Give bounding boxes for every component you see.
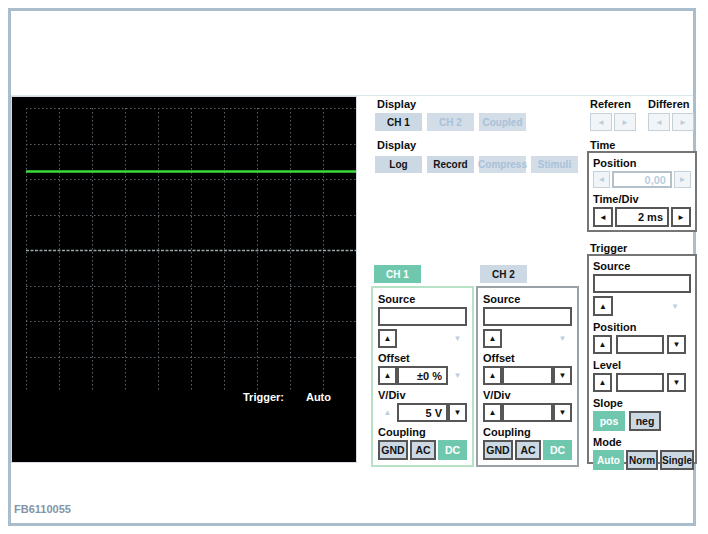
ch1-source-up-button[interactable]: ▲ (378, 329, 397, 348)
timediv-increment-button[interactable]: ► (671, 207, 691, 227)
ch1-display-button[interactable]: CH 1 (375, 113, 422, 131)
ch2-source-up-button[interactable]: ▲ (483, 329, 502, 348)
mode-norm-button[interactable]: Norm (626, 450, 658, 470)
coupled-display-button[interactable]: Coupled (479, 113, 526, 131)
down-arrow-icon: ▼ (454, 408, 462, 417)
trigger-level-down-button[interactable]: ▼ (667, 373, 686, 392)
trigger-position-field[interactable] (616, 335, 664, 354)
ch1-source-arrows: ▲ ▼ (378, 329, 467, 348)
left-arrow-icon: ◄ (598, 175, 606, 184)
ch2-vdiv-up-button[interactable]: ▲ (483, 403, 502, 422)
difference-title: Differen (648, 98, 690, 110)
reference-prev-button[interactable]: ◄ (590, 113, 612, 131)
ch1-source-down-button[interactable]: ▼ (448, 329, 467, 348)
trigger-position-up-button[interactable]: ▲ (593, 335, 612, 354)
ch2-panel: Source ▲ ▼ Offset ▲ ▼ V/Div ▲ ▼ Coupling… (476, 286, 579, 467)
ch1-offset-up-button[interactable]: ▲ (378, 366, 397, 385)
ch2-source-arrows: ▲ ▼ (483, 329, 572, 348)
trigger-level-field[interactable] (616, 373, 664, 392)
right-arrow-icon: ► (621, 118, 629, 127)
ch1-offset-row: ▲ ±0 % ▼ (378, 366, 467, 385)
timediv-row: ◄ 2 ms ► (593, 207, 691, 227)
ch1-vdiv-up-button[interactable]: ▲ (378, 403, 397, 422)
ch1-vdiv-field[interactable]: 5 V (397, 403, 448, 422)
trigger-source-arrows: ▲ ▼ (593, 296, 691, 316)
up-arrow-icon: ▲ (599, 302, 607, 311)
time-position-increment-button[interactable]: ► (674, 171, 691, 188)
ch2-offset-field[interactable] (502, 366, 553, 385)
trigger-source-up-button[interactable]: ▲ (593, 296, 613, 316)
mode-auto-button[interactable]: Auto (593, 450, 624, 470)
timediv-decrement-button[interactable]: ◄ (593, 207, 613, 227)
up-arrow-icon: ▲ (384, 334, 392, 343)
reference-next-button[interactable]: ► (614, 113, 636, 131)
up-arrow-icon: ▲ (384, 408, 392, 417)
slope-neg-button[interactable]: neg (629, 411, 661, 431)
reference-title: Referen (590, 98, 631, 110)
time-title: Time (590, 139, 615, 151)
ch1-source-field[interactable] (378, 307, 467, 326)
trigger-level-label: Level (593, 359, 691, 371)
compress-button[interactable]: Compress (479, 156, 526, 173)
reference-arrows: ◄ ► (590, 113, 636, 131)
mode-single-button[interactable]: Single (660, 450, 694, 470)
trigger-position-down-button[interactable]: ▼ (667, 335, 686, 354)
up-arrow-icon: ▲ (489, 371, 497, 380)
ch2-source-field[interactable] (483, 307, 572, 326)
log-button[interactable]: Log (375, 156, 422, 173)
ch2-gnd-button[interactable]: GND (483, 440, 513, 460)
ch1-ac-button[interactable]: AC (410, 440, 436, 460)
trigger-box: Source ▲ ▼ Position ▲ ▼ Level ▲ ▼ Slope … (587, 254, 697, 464)
ch2-ac-button[interactable]: AC (515, 440, 541, 460)
ch2-vdiv-down-button[interactable]: ▼ (553, 403, 572, 422)
trigger-position-label: Position (593, 321, 691, 333)
trigger-source-label: Source (593, 260, 691, 272)
ch2-source-label: Source (483, 293, 572, 305)
right-arrow-icon: ► (679, 175, 687, 184)
ch2-offset-down-button[interactable]: ▼ (553, 366, 572, 385)
down-arrow-icon: ▼ (559, 408, 567, 417)
trigger-slope-label: Slope (593, 397, 691, 409)
record-button[interactable]: Record (427, 156, 474, 173)
timediv-label: Time/Div (593, 193, 691, 205)
ch1-gnd-button[interactable]: GND (378, 440, 408, 460)
difference-prev-button[interactable]: ◄ (648, 113, 670, 131)
difference-next-button[interactable]: ► (672, 113, 694, 131)
timediv-field[interactable]: 2 ms (615, 207, 669, 227)
ch2-dc-button[interactable]: DC (543, 440, 572, 460)
display-mode-title: Display (377, 139, 416, 151)
ch2-vdiv-field[interactable] (502, 403, 553, 422)
scope-graticule (26, 108, 356, 392)
ch2-vdiv-row: ▲ ▼ (483, 403, 572, 422)
trigger-source-field[interactable] (593, 274, 691, 293)
down-arrow-icon: ▼ (454, 334, 462, 343)
slope-pos-button[interactable]: pos (593, 411, 625, 431)
stimuli-button[interactable]: Stimuli (531, 156, 578, 173)
ch2-display-button[interactable]: CH 2 (427, 113, 474, 131)
trigger-title: Trigger (590, 242, 627, 254)
app-frame: Trigger: Auto FB6110055 Display CH 1 CH … (8, 8, 696, 526)
ch1-offset-field[interactable]: ±0 % (397, 366, 448, 385)
ch1-offset-down-button[interactable]: ▼ (448, 366, 467, 385)
tab-ch2[interactable]: CH 2 (480, 265, 527, 283)
right-arrow-icon: ► (679, 118, 687, 127)
trigger-status-label: Trigger: (243, 391, 284, 403)
ch2-offset-up-button[interactable]: ▲ (483, 366, 502, 385)
ch2-vdiv-label: V/Div (483, 389, 572, 401)
right-arrow-icon: ► (677, 213, 685, 222)
trigger-mode-row: Auto Norm Single (593, 450, 691, 470)
trigger-level-row: ▲ ▼ (593, 373, 691, 392)
ch1-dc-button[interactable]: DC (438, 440, 467, 460)
down-arrow-icon: ▼ (673, 378, 681, 387)
down-arrow-icon: ▼ (454, 371, 462, 380)
trigger-mode-label: Mode (593, 436, 691, 448)
tab-ch1[interactable]: CH 1 (374, 265, 421, 283)
left-arrow-icon: ◄ (597, 118, 605, 127)
ch2-source-down-button[interactable]: ▼ (553, 329, 572, 348)
time-position-decrement-button[interactable]: ◄ (593, 171, 610, 188)
time-position-field[interactable]: 0,00 (612, 171, 672, 188)
trigger-level-up-button[interactable]: ▲ (593, 373, 612, 392)
trigger-source-down-button[interactable]: ▼ (665, 296, 685, 316)
ch1-vdiv-down-button[interactable]: ▼ (448, 403, 467, 422)
figure-code: FB6110055 (14, 503, 71, 515)
